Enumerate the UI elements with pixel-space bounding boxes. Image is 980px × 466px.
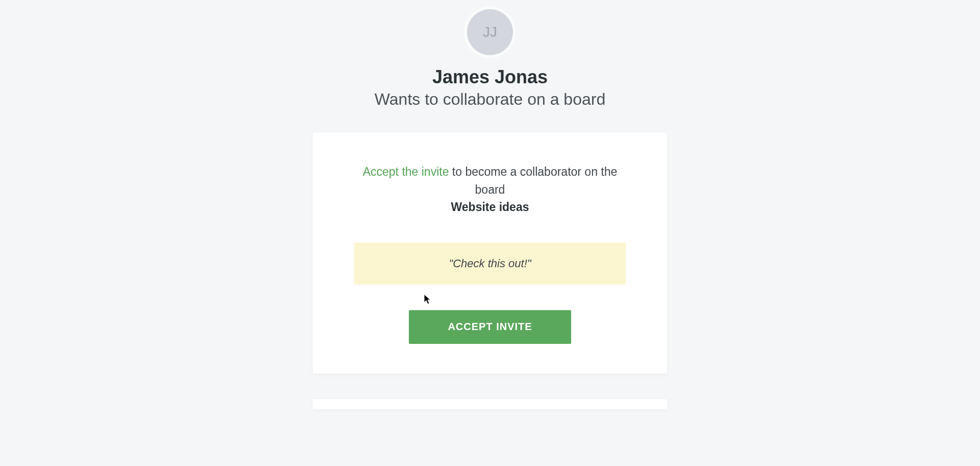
accept-invite-button[interactable]: ACCEPT INVITE — [409, 310, 571, 344]
invite-description: Accept the invite to become a collaborat… — [354, 163, 626, 216]
accept-invite-link[interactable]: Accept the invite — [363, 165, 449, 178]
invite-message-box: "Check this out!" — [354, 243, 626, 285]
invite-message: "Check this out!" — [449, 257, 531, 270]
invite-container: JJ James Jonas Wants to collaborate on a… — [0, 0, 980, 409]
invite-card: Accept the invite to become a collaborat… — [313, 132, 667, 374]
avatar-initials: JJ — [483, 24, 497, 40]
board-name: Website ideas — [354, 198, 626, 216]
invite-subtitle: Wants to collaborate on a board — [375, 90, 605, 109]
next-card-peek — [313, 399, 667, 409]
avatar: JJ — [467, 9, 513, 55]
invite-description-suffix: to become a collaborator on the board — [449, 165, 617, 196]
inviter-name: James Jonas — [432, 66, 548, 88]
